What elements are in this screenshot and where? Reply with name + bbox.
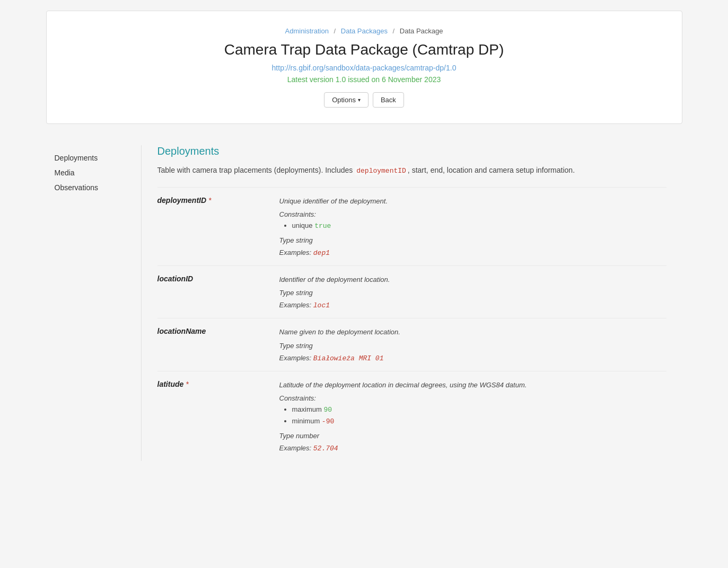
field-name-locationname: locationName bbox=[157, 327, 264, 362]
version-text: Latest version 1.0 issued on 6 November … bbox=[57, 75, 671, 84]
content-area: Deployments Table with camera trap place… bbox=[142, 145, 682, 461]
chevron-down-icon: ▾ bbox=[358, 97, 361, 103]
options-button[interactable]: Options ▾ bbox=[324, 92, 369, 108]
example-value: 52.704 bbox=[313, 445, 338, 452]
header-card: Administration / Data Packages / Data Pa… bbox=[46, 11, 682, 124]
field-description: Identifier of the deployment location. bbox=[279, 274, 666, 285]
constraint-list: maximum 90 minimum -90 bbox=[292, 404, 666, 428]
constraint-minimum: minimum -90 bbox=[292, 416, 666, 428]
constraints-label: Constraints: bbox=[279, 210, 666, 218]
breadcrumb-sep1: / bbox=[334, 27, 336, 35]
breadcrumb-sep2: / bbox=[393, 27, 395, 35]
sidebar-item-media[interactable]: Media bbox=[46, 165, 141, 180]
field-details-latitude: Latitude of the deployment location in d… bbox=[279, 380, 666, 452]
field-row-deploymentid: deploymentID * Unique identifier of the … bbox=[157, 187, 666, 265]
examples-line: Examples: loc1 bbox=[279, 301, 666, 309]
examples-line: Examples: 52.704 bbox=[279, 444, 666, 452]
package-url-link[interactable]: http://rs.gbif.org/sandbox/data-packages… bbox=[57, 64, 671, 72]
constraint-unique-value: true bbox=[314, 222, 331, 230]
field-name-locationid: locationID bbox=[157, 274, 264, 310]
sidebar-item-deployments[interactable]: Deployments bbox=[46, 150, 141, 165]
field-description: Name given to the deployment location. bbox=[279, 327, 666, 338]
section-desc-suffix: , start, end, location and camera setup … bbox=[408, 166, 575, 174]
constraint-unique: unique true bbox=[292, 220, 666, 232]
example-value: dep1 bbox=[313, 249, 330, 257]
required-marker: * bbox=[186, 380, 188, 388]
field-details-deploymentid: Unique identifier of the deployment. Con… bbox=[279, 196, 666, 257]
constraint-list: unique true bbox=[292, 220, 666, 232]
section-desc-prefix: Table with camera trap placements (deplo… bbox=[157, 166, 355, 174]
field-description: Latitude of the deployment location in d… bbox=[279, 380, 666, 390]
type-line: Type string bbox=[279, 289, 666, 297]
page-title: Camera Trap Data Package (Camtrap DP) bbox=[57, 41, 671, 58]
breadcrumb: Administration / Data Packages / Data Pa… bbox=[57, 27, 671, 35]
deployment-id-code: deploymentID bbox=[355, 166, 408, 175]
type-line: Type string bbox=[279, 342, 666, 350]
constraint-min-value: -90 bbox=[322, 418, 334, 425]
type-line: Type string bbox=[279, 236, 666, 244]
constraint-max-value: 90 bbox=[323, 406, 332, 414]
breadcrumb-packages-link[interactable]: Data Packages bbox=[341, 27, 388, 35]
options-label: Options bbox=[332, 96, 356, 104]
field-row-latitude: latitude * Latitude of the deployment lo… bbox=[157, 371, 666, 461]
main-layout: Deployments Media Observations Deploymen… bbox=[46, 135, 682, 472]
breadcrumb-current: Data Package bbox=[400, 27, 443, 35]
required-marker: * bbox=[208, 196, 211, 205]
field-name-deploymentid: deploymentID * bbox=[157, 196, 264, 257]
field-row-locationid: locationID Identifier of the deployment … bbox=[157, 265, 666, 318]
field-name-latitude: latitude * bbox=[157, 380, 264, 452]
field-details-locationname: Name given to the deployment location. T… bbox=[279, 327, 666, 362]
sidebar: Deployments Media Observations bbox=[46, 145, 142, 461]
examples-line: Examples: dep1 bbox=[279, 248, 666, 257]
action-buttons: Options ▾ Back bbox=[57, 92, 671, 108]
field-description: Unique identifier of the deployment. bbox=[279, 196, 666, 207]
constraints-label: Constraints: bbox=[279, 394, 666, 402]
back-button[interactable]: Back bbox=[373, 92, 404, 108]
type-line: Type number bbox=[279, 432, 666, 440]
breadcrumb-admin-link[interactable]: Administration bbox=[285, 27, 329, 35]
example-value: loc1 bbox=[313, 301, 330, 309]
constraint-maximum: maximum 90 bbox=[292, 404, 666, 416]
examples-line: Examples: Białowieża MRI 01 bbox=[279, 354, 666, 362]
field-row-locationname: locationName Name given to the deploymen… bbox=[157, 318, 666, 371]
sidebar-item-observations[interactable]: Observations bbox=[46, 180, 141, 195]
example-value: Białowieża MRI 01 bbox=[313, 354, 384, 362]
field-details-locationid: Identifier of the deployment location. T… bbox=[279, 274, 666, 310]
section-title: Deployments bbox=[157, 145, 666, 157]
section-description: Table with camera trap placements (deplo… bbox=[157, 165, 666, 176]
